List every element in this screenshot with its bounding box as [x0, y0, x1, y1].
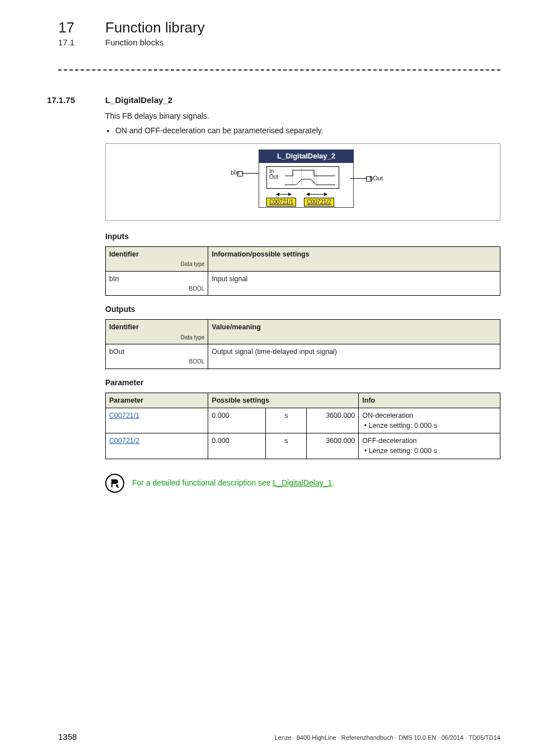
outputs-table: Identifier Data type Value/meaning bOut …: [105, 319, 500, 368]
col-value: Value/meaning: [208, 320, 500, 344]
param-min: 0.000: [208, 408, 266, 433]
col-identifier-label: Identifier: [109, 250, 139, 258]
col-info-label: Information/possible settings: [212, 250, 309, 258]
output-desc: Output signal (time-delayed input signal…: [208, 344, 500, 369]
footer-text: Lenze · 8400 HighLine · Referenzhandbuch…: [275, 734, 500, 741]
col-possible-settings: Possible settings: [208, 393, 359, 408]
col-info-label: Info: [362, 396, 375, 404]
fb-diagram: L_DigitalDelay_2 bIn bOut In Out: [105, 143, 500, 221]
col-datatype-label: Data type: [109, 260, 204, 269]
col-identifier: Identifier Data type: [106, 246, 208, 271]
tip-text: For a detailed functional description se…: [132, 477, 334, 488]
intro-bullet: ON and OFF-deceleration can be parameter…: [115, 125, 500, 136]
diagram-code-link-left[interactable]: C00721/1: [266, 198, 296, 207]
diagram-inner-out-label: Out: [269, 173, 278, 181]
param-unit: s: [266, 433, 307, 459]
table-row: bIn BOOL Input signal: [106, 271, 500, 296]
tip-prefix: For a detailed functional description se…: [132, 478, 273, 487]
tip-suffix: .: [332, 478, 334, 487]
port-icon: [366, 176, 372, 181]
param-info-sub: Lenze setting: 0.000 s: [369, 422, 437, 430]
chapter-number: 17: [58, 19, 105, 36]
tip-link[interactable]: L_DigitalDelay_1: [273, 478, 332, 487]
intro-text: This FB delays binary signals.: [105, 110, 500, 122]
subchapter-title: Function blocks: [105, 38, 163, 47]
param-max: 3600.000: [307, 433, 359, 459]
diagram-inner-box: In Out: [266, 166, 339, 189]
input-desc: Input signal: [208, 271, 500, 296]
param-unit: s: [266, 408, 307, 433]
col-parameter: Parameter: [106, 393, 208, 408]
table-row: C00721/2 0.000 s 3600.000 OFF-decelerati…: [106, 433, 500, 459]
param-info: OFF-deceleration • Lenze setting: 0.000 …: [359, 433, 500, 459]
param-info-title: ON-deceleration: [362, 412, 413, 419]
tip-icon: [105, 474, 124, 493]
diagram-input-pin: bIn: [231, 169, 239, 178]
param-max: 3600.000: [307, 408, 359, 433]
port-icon: [237, 171, 243, 176]
param-info-sub: Lenze setting: 0.000 s: [369, 447, 437, 455]
col-datatype-label: Data type: [109, 334, 204, 342]
param-info-title: OFF-deceleration: [362, 437, 416, 445]
wire-icon: [242, 173, 259, 174]
parameter-heading: Parameter: [105, 377, 500, 388]
diagram-arrow-row: [266, 190, 339, 198]
input-dtype: BOOL: [109, 285, 204, 293]
diagram-title: L_DigitalDelay_2: [259, 150, 354, 164]
chapter-heading: 17Function library: [58, 19, 500, 36]
col-info: Info: [359, 393, 500, 408]
section-number: 17.1.75: [47, 95, 105, 105]
wire-icon: [350, 178, 367, 179]
subchapter-heading: 17.1Function blocks: [58, 38, 500, 47]
col-value-label: Value/meaning: [212, 323, 261, 331]
outputs-heading: Outputs: [105, 304, 500, 315]
page-number: 1358: [58, 732, 77, 741]
output-dtype: BOOL: [109, 358, 204, 366]
output-ident: bOut: [109, 348, 124, 356]
col-info: Information/possible settings: [208, 246, 500, 271]
subchapter-number: 17.1: [58, 38, 105, 47]
divider: [58, 69, 500, 71]
diagram-output-pin: bOut: [369, 174, 383, 183]
table-row: bOut BOOL Output signal (time-delayed in…: [106, 344, 500, 369]
chapter-title: Function library: [105, 19, 205, 36]
col-parameter-label: Parameter: [109, 396, 143, 404]
parameter-table: Parameter Possible settings Info C00721/…: [105, 393, 500, 459]
table-row: C00721/1 0.000 s 3600.000 ON-deceleratio…: [106, 408, 500, 433]
param-info: ON-deceleration • Lenze setting: 0.000 s: [359, 408, 500, 433]
param-min: 0.000: [208, 433, 266, 459]
section-title: L_DigitalDelay_2: [105, 95, 172, 105]
inputs-heading: Inputs: [105, 231, 500, 242]
page-footer: 1358 Lenze · 8400 HighLine · Referenzhan…: [58, 732, 500, 741]
col-possible-settings-label: Possible settings: [212, 396, 269, 404]
col-identifier-label: Identifier: [109, 323, 139, 331]
diagram-code-link-right[interactable]: C00721/2: [304, 198, 334, 207]
col-identifier: Identifier Data type: [106, 320, 208, 344]
inputs-table: Identifier Data type Information/possibl…: [105, 246, 500, 296]
input-ident: bIn: [109, 275, 119, 283]
timing-chart-icon: [285, 169, 335, 186]
param-link[interactable]: C00721/2: [109, 437, 139, 445]
param-link[interactable]: C00721/1: [109, 412, 139, 419]
